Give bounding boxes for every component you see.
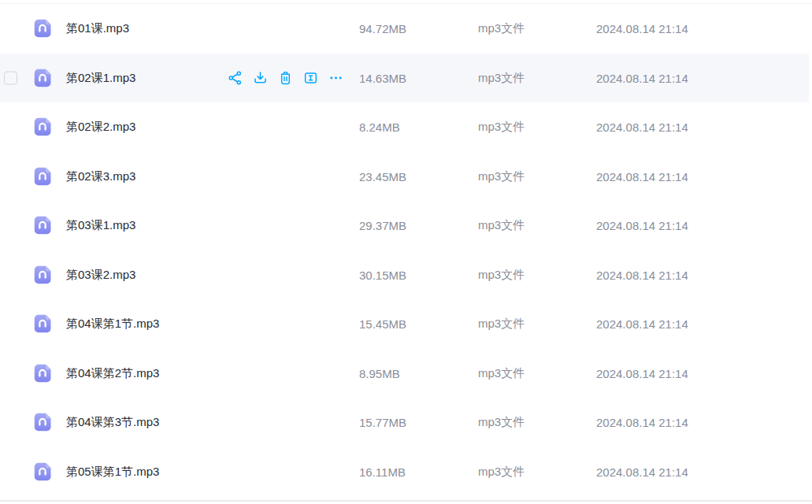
more-icon[interactable] bbox=[328, 69, 344, 86]
audio-file-icon bbox=[32, 461, 53, 482]
file-size: 15.77MB bbox=[359, 416, 406, 429]
horizontal-scrollbar[interactable] bbox=[0, 500, 812, 502]
file-type: mp3文件 bbox=[478, 267, 525, 282]
file-name[interactable]: 第02课2.mp3 bbox=[66, 120, 135, 135]
file-name[interactable]: 第03课1.mp3 bbox=[66, 218, 135, 233]
file-type: mp3文件 bbox=[478, 415, 525, 430]
file-size: 30.15MB bbox=[359, 268, 406, 281]
delete-icon[interactable] bbox=[277, 69, 294, 86]
file-type: mp3文件 bbox=[478, 218, 525, 233]
file-row[interactable]: 第04课第2节.mp3 bbox=[0, 349, 809, 398]
audio-file-icon bbox=[32, 412, 53, 432]
file-date: 2024.08.14 21:14 bbox=[596, 416, 688, 429]
file-size: 94.72MB bbox=[359, 22, 406, 35]
file-type: mp3文件 bbox=[478, 70, 525, 85]
row-checkbox[interactable] bbox=[4, 71, 17, 84]
file-row[interactable]: 第01课.mp3 bbox=[0, 4, 809, 54]
share-icon[interactable] bbox=[227, 69, 243, 86]
file-row[interactable]: 第02课3.mp3 bbox=[0, 152, 809, 202]
file-date: 2024.08.14 21:14 bbox=[596, 120, 688, 134]
audio-file-icon bbox=[32, 68, 53, 88]
file-row[interactable]: 第04课第3节.mp3 bbox=[0, 398, 809, 447]
file-row[interactable]: 第02课2.mp3 bbox=[0, 102, 809, 152]
file-row[interactable]: 第02课1.mp3 bbox=[0, 54, 809, 103]
file-size: 29.37MB bbox=[359, 219, 406, 232]
file-list: 第01课.mp3 bbox=[0, 3, 812, 496]
row-actions bbox=[227, 69, 344, 86]
audio-file-icon bbox=[32, 117, 53, 137]
file-type: mp3文件 bbox=[478, 365, 525, 380]
file-date: 2024.08.14 21:14 bbox=[596, 219, 688, 232]
file-type: mp3文件 bbox=[478, 120, 525, 135]
file-manager-page: 第01课.mp3 bbox=[0, 0, 812, 504]
rename-icon[interactable] bbox=[302, 69, 319, 86]
file-type: mp3文件 bbox=[478, 169, 525, 183]
file-date: 2024.08.14 21:14 bbox=[596, 268, 688, 281]
file-type: mp3文件 bbox=[478, 21, 525, 36]
file-type: mp3文件 bbox=[478, 317, 525, 332]
file-date: 2024.08.14 21:14 bbox=[596, 71, 688, 84]
file-name[interactable]: 第02课1.mp3 bbox=[66, 70, 135, 85]
file-row[interactable]: 第03课2.mp3 bbox=[0, 250, 809, 300]
file-date: 2024.08.14 21:14 bbox=[596, 465, 688, 478]
file-date: 2024.08.14 21:14 bbox=[596, 22, 688, 35]
file-type: mp3文件 bbox=[478, 464, 525, 479]
audio-file-icon bbox=[32, 363, 53, 384]
file-date: 2024.08.14 21:14 bbox=[596, 317, 688, 331]
audio-file-icon bbox=[32, 18, 53, 39]
audio-file-icon bbox=[32, 265, 53, 285]
download-icon[interactable] bbox=[252, 69, 269, 86]
file-size: 16.11MB bbox=[359, 465, 406, 478]
file-name[interactable]: 第04课第2节.mp3 bbox=[66, 365, 159, 380]
file-size: 14.63MB bbox=[359, 71, 406, 84]
file-size: 23.45MB bbox=[359, 169, 406, 183]
file-name[interactable]: 第03课2.mp3 bbox=[66, 267, 135, 282]
file-row[interactable]: 第04课第1节.mp3 bbox=[0, 299, 809, 349]
file-size: 8.24MB bbox=[359, 120, 400, 134]
file-date: 2024.08.14 21:14 bbox=[596, 366, 688, 380]
file-row[interactable]: 第03课1.mp3 bbox=[0, 201, 809, 250]
file-name[interactable]: 第05课第1节.mp3 bbox=[66, 464, 159, 479]
file-size: 15.45MB bbox=[359, 317, 406, 331]
file-name[interactable]: 第04课第1节.mp3 bbox=[66, 317, 159, 332]
audio-file-icon bbox=[32, 215, 53, 235]
file-name[interactable]: 第04课第3节.mp3 bbox=[66, 415, 159, 430]
file-size: 8.95MB bbox=[359, 366, 400, 380]
audio-file-icon bbox=[32, 313, 53, 334]
file-name[interactable]: 第01课.mp3 bbox=[66, 21, 129, 36]
file-date: 2024.08.14 21:14 bbox=[596, 169, 688, 183]
file-row[interactable]: 第05课第1节.mp3 bbox=[0, 447, 809, 497]
audio-file-icon bbox=[32, 166, 53, 187]
file-name[interactable]: 第02课3.mp3 bbox=[66, 169, 135, 183]
